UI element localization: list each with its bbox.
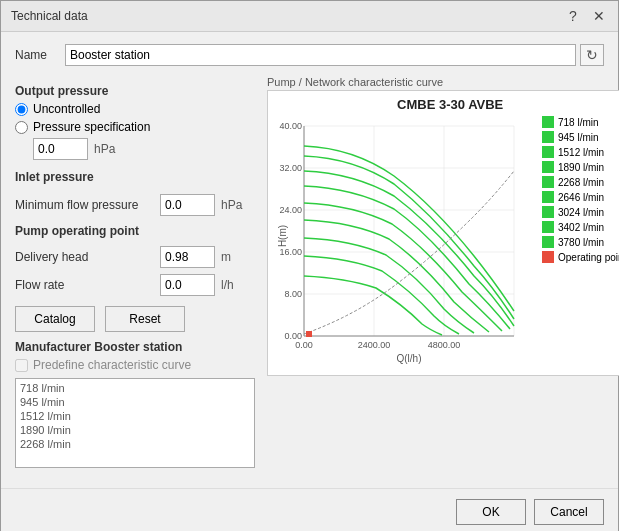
legend-item-op: Operating point	[542, 251, 619, 263]
chart-container: CMBE 3-30 AVBE H(m)	[267, 90, 619, 376]
chart-svg: H(m)	[274, 116, 534, 366]
pressure-spec-row: Pressure specification	[15, 120, 255, 134]
curve-6	[304, 220, 489, 332]
x-label-2400: 2400.00	[358, 340, 391, 350]
chart-inner: H(m)	[274, 116, 619, 369]
dialog-title: Technical data	[11, 9, 88, 23]
inlet-pressure-title: Inlet pressure	[15, 170, 255, 184]
legend-color-3	[542, 146, 554, 158]
list-item: 1890 l/min	[18, 423, 252, 437]
legend-label-9: 3780 l/min	[558, 237, 604, 248]
predefine-row: Predefine characteristic curve	[15, 358, 255, 372]
output-pressure-title: Output pressure	[15, 84, 255, 98]
reset-button[interactable]: Reset	[105, 306, 185, 332]
predefine-label: Predefine characteristic curve	[33, 358, 191, 372]
legend-item-3: 1512 l/min	[542, 146, 619, 158]
legend-color-6	[542, 191, 554, 203]
pump-op-section: Pump operating point Delivery head m Flo…	[15, 224, 255, 296]
legend-item-5: 2268 l/min	[542, 176, 619, 188]
delivery-head-label: Delivery head	[15, 250, 160, 264]
curve-1	[304, 146, 514, 311]
chart-legend: 718 l/min 945 l/min 1512 l/min	[538, 116, 619, 369]
legend-color-4	[542, 161, 554, 173]
close-button[interactable]: ✕	[590, 7, 608, 25]
action-buttons-row: Catalog Reset	[15, 306, 255, 332]
pressure-spec-radio[interactable]	[15, 121, 28, 134]
list-item: 2268 l/min	[18, 437, 252, 451]
legend-color-9	[542, 236, 554, 248]
catalog-button[interactable]: Catalog	[15, 306, 95, 332]
legend-color-5	[542, 176, 554, 188]
cancel-button[interactable]: Cancel	[534, 499, 604, 525]
help-button[interactable]: ?	[564, 7, 582, 25]
inlet-section: Inlet pressure Minimum flow pressure hPa	[15, 170, 255, 216]
y-axis-label: H(m)	[277, 225, 288, 247]
predefine-checkbox[interactable]	[15, 359, 28, 372]
legend-item-8: 3402 l/min	[542, 221, 619, 233]
name-label: Name	[15, 48, 65, 62]
list-item: 1512 l/min	[18, 409, 252, 423]
min-flow-input[interactable]	[160, 194, 215, 216]
y-label-40: 40.00	[279, 121, 302, 131]
legend-label-7: 3024 l/min	[558, 207, 604, 218]
delivery-head-unit: m	[221, 250, 231, 264]
manufacturer-section: Manufacturer Booster station Predefine c…	[15, 340, 255, 468]
delivery-head-input[interactable]	[160, 246, 215, 268]
ok-button[interactable]: OK	[456, 499, 526, 525]
content-area: Name ↻ Output pressure Uncontrolled Pres…	[1, 32, 618, 480]
title-bar: Technical data ? ✕	[1, 1, 618, 32]
legend-label-op: Operating point	[558, 252, 619, 263]
refresh-button[interactable]: ↻	[580, 44, 604, 66]
name-row: Name ↻	[15, 44, 604, 66]
legend-label-1: 718 l/min	[558, 117, 599, 128]
min-flow-row: Minimum flow pressure hPa	[15, 194, 255, 216]
pump-op-title: Pump operating point	[15, 224, 255, 238]
legend-label-8: 3402 l/min	[558, 222, 604, 233]
y-label-24: 24.00	[279, 205, 302, 215]
legend-item-1: 718 l/min	[542, 116, 619, 128]
uncontrolled-label: Uncontrolled	[33, 102, 100, 116]
flow-rate-label: Flow rate	[15, 278, 160, 292]
uncontrolled-row: Uncontrolled	[15, 102, 255, 116]
list-container: 718 l/min 945 l/min 1512 l/min 1890 l/mi…	[15, 378, 255, 468]
pressure-spec-label: Pressure specification	[33, 120, 150, 134]
name-input[interactable]	[65, 44, 576, 66]
x-label-0: 0.00	[295, 340, 313, 350]
pressure-spec-input[interactable]	[33, 138, 88, 160]
flow-rate-row: Flow rate l/h	[15, 274, 255, 296]
uncontrolled-radio[interactable]	[15, 103, 28, 116]
legend-label-4: 1890 l/min	[558, 162, 604, 173]
delivery-head-row: Delivery head m	[15, 246, 255, 268]
legend-label-3: 1512 l/min	[558, 147, 604, 158]
legend-item-6: 2646 l/min	[542, 191, 619, 203]
main-area: Output pressure Uncontrolled Pressure sp…	[15, 76, 604, 468]
chart-section-label: Pump / Network characteristic curve	[267, 76, 619, 88]
legend-color-2	[542, 131, 554, 143]
dialog: Technical data ? ✕ Name ↻ Output pressur…	[0, 0, 619, 531]
curve-list[interactable]: 718 l/min 945 l/min 1512 l/min 1890 l/mi…	[15, 378, 255, 468]
min-flow-label: Minimum flow pressure	[15, 198, 160, 212]
legend-item-4: 1890 l/min	[542, 161, 619, 173]
manufacturer-title: Manufacturer Booster station	[15, 340, 255, 354]
left-panel: Output pressure Uncontrolled Pressure sp…	[15, 76, 255, 468]
flow-rate-input[interactable]	[160, 274, 215, 296]
flow-rate-unit: l/h	[221, 278, 234, 292]
pressure-spec-field: hPa	[33, 138, 255, 160]
legend-item-9: 3780 l/min	[542, 236, 619, 248]
legend-item-7: 3024 l/min	[542, 206, 619, 218]
legend-label-2: 945 l/min	[558, 132, 599, 143]
legend-item-2: 945 l/min	[542, 131, 619, 143]
legend-label-6: 2646 l/min	[558, 192, 604, 203]
curve-3	[304, 171, 514, 326]
x-label-4800: 4800.00	[428, 340, 461, 350]
legend-color-op	[542, 251, 554, 263]
list-item: 718 l/min	[18, 381, 252, 395]
bottom-bar: OK Cancel	[1, 488, 618, 531]
chart-svg-wrapper: H(m)	[274, 116, 534, 369]
legend-label-5: 2268 l/min	[558, 177, 604, 188]
legend-color-7	[542, 206, 554, 218]
y-label-32: 32.00	[279, 163, 302, 173]
list-item: 945 l/min	[18, 395, 252, 409]
legend-color-1	[542, 116, 554, 128]
pressure-unit: hPa	[94, 142, 115, 156]
